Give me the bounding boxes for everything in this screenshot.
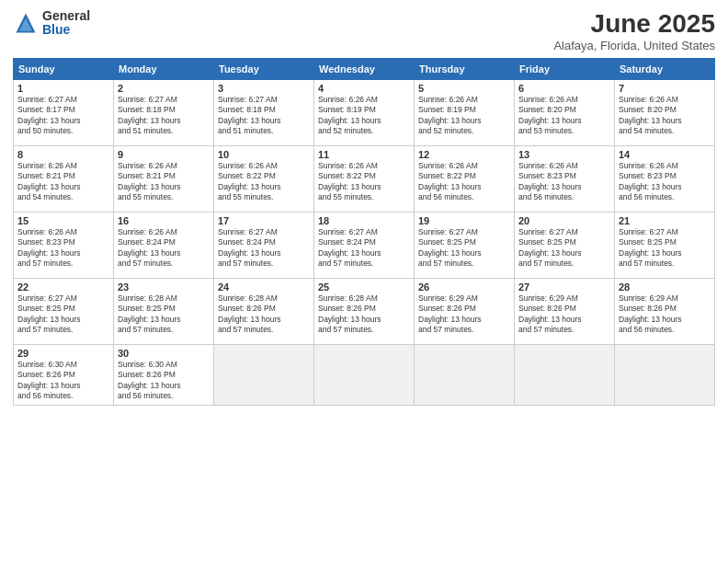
table-row: 21Sunrise: 6:27 AM Sunset: 8:25 PM Dayli… (615, 213, 715, 279)
table-row: 23Sunrise: 6:28 AM Sunset: 8:25 PM Dayli… (114, 279, 214, 345)
day-info: Sunrise: 6:27 AM Sunset: 8:24 PM Dayligh… (318, 227, 410, 270)
day-number: 15 (17, 215, 109, 226)
table-row: 14Sunrise: 6:26 AM Sunset: 8:23 PM Dayli… (615, 146, 715, 213)
table-row: 15Sunrise: 6:26 AM Sunset: 8:23 PM Dayli… (14, 213, 114, 279)
day-number: 1 (17, 83, 109, 94)
day-number: 8 (17, 149, 109, 160)
day-info: Sunrise: 6:27 AM Sunset: 8:25 PM Dayligh… (418, 227, 510, 270)
day-number: 12 (418, 149, 510, 160)
day-info: Sunrise: 6:28 AM Sunset: 8:25 PM Dayligh… (118, 293, 210, 336)
day-number: 7 (619, 83, 711, 94)
title-block: June 2025 Alafaya, Florida, United State… (553, 9, 715, 52)
calendar-row: 22Sunrise: 6:27 AM Sunset: 8:25 PM Dayli… (14, 279, 715, 345)
day-info: Sunrise: 6:28 AM Sunset: 8:26 PM Dayligh… (318, 293, 410, 336)
day-number: 5 (418, 83, 510, 94)
table-row: 6Sunrise: 6:26 AM Sunset: 8:20 PM Daylig… (515, 80, 615, 146)
table-row: 20Sunrise: 6:27 AM Sunset: 8:25 PM Dayli… (515, 213, 615, 279)
day-number: 20 (518, 215, 610, 226)
day-info: Sunrise: 6:30 AM Sunset: 8:26 PM Dayligh… (17, 360, 109, 402)
day-number: 24 (218, 282, 310, 293)
calendar-subtitle: Alafaya, Florida, United States (553, 39, 715, 52)
col-thursday: Thursday (415, 59, 515, 80)
day-number: 2 (118, 83, 210, 94)
day-info: Sunrise: 6:26 AM Sunset: 8:23 PM Dayligh… (518, 161, 610, 203)
day-info: Sunrise: 6:30 AM Sunset: 8:26 PM Dayligh… (118, 360, 210, 402)
day-info: Sunrise: 6:26 AM Sunset: 8:19 PM Dayligh… (318, 95, 410, 137)
table-row: 24Sunrise: 6:28 AM Sunset: 8:26 PM Dayli… (214, 279, 314, 345)
day-number: 19 (418, 215, 510, 226)
logo-general: General (42, 9, 90, 23)
day-number: 28 (619, 282, 711, 293)
table-row: 17Sunrise: 6:27 AM Sunset: 8:24 PM Dayli… (214, 213, 314, 279)
col-tuesday: Tuesday (214, 59, 314, 80)
day-number: 27 (518, 282, 610, 293)
table-row: 25Sunrise: 6:28 AM Sunset: 8:26 PM Dayli… (314, 279, 415, 345)
day-info: Sunrise: 6:29 AM Sunset: 8:26 PM Dayligh… (619, 293, 711, 336)
day-info: Sunrise: 6:26 AM Sunset: 8:22 PM Dayligh… (418, 161, 510, 203)
day-number: 11 (318, 149, 410, 160)
table-row: 8Sunrise: 6:26 AM Sunset: 8:21 PM Daylig… (14, 146, 114, 213)
col-friday: Friday (515, 59, 615, 80)
day-info: Sunrise: 6:26 AM Sunset: 8:23 PM Dayligh… (17, 227, 109, 270)
table-row: 7Sunrise: 6:26 AM Sunset: 8:20 PM Daylig… (615, 80, 715, 146)
day-number: 23 (118, 282, 210, 293)
logo-icon (13, 10, 39, 36)
table-row: 16Sunrise: 6:26 AM Sunset: 8:24 PM Dayli… (114, 213, 214, 279)
table-row (415, 345, 515, 406)
logo: General Blue (13, 9, 90, 38)
calendar-page: General Blue June 2025 Alafaya, Florida,… (0, 0, 728, 563)
table-row: 1Sunrise: 6:27 AM Sunset: 8:17 PM Daylig… (14, 80, 114, 146)
day-number: 10 (218, 149, 310, 160)
day-info: Sunrise: 6:27 AM Sunset: 8:18 PM Dayligh… (118, 95, 210, 137)
table-row: 2Sunrise: 6:27 AM Sunset: 8:18 PM Daylig… (114, 80, 214, 146)
day-info: Sunrise: 6:26 AM Sunset: 8:19 PM Dayligh… (418, 95, 510, 137)
table-row: 19Sunrise: 6:27 AM Sunset: 8:25 PM Dayli… (415, 213, 515, 279)
table-row: 10Sunrise: 6:26 AM Sunset: 8:22 PM Dayli… (214, 146, 314, 213)
table-row: 18Sunrise: 6:27 AM Sunset: 8:24 PM Dayli… (314, 213, 415, 279)
day-number: 25 (318, 282, 410, 293)
day-info: Sunrise: 6:26 AM Sunset: 8:20 PM Dayligh… (518, 95, 610, 137)
day-info: Sunrise: 6:26 AM Sunset: 8:21 PM Dayligh… (17, 161, 109, 203)
day-number: 26 (418, 282, 510, 293)
table-row (214, 345, 314, 406)
header: General Blue June 2025 Alafaya, Florida,… (13, 9, 715, 52)
table-row (314, 345, 415, 406)
day-info: Sunrise: 6:26 AM Sunset: 8:23 PM Dayligh… (619, 161, 711, 203)
day-number: 29 (17, 348, 109, 359)
day-number: 14 (619, 149, 711, 160)
table-row: 9Sunrise: 6:26 AM Sunset: 8:21 PM Daylig… (114, 146, 214, 213)
day-info: Sunrise: 6:27 AM Sunset: 8:25 PM Dayligh… (518, 227, 610, 270)
day-info: Sunrise: 6:26 AM Sunset: 8:24 PM Dayligh… (118, 227, 210, 270)
day-number: 3 (218, 83, 310, 94)
day-info: Sunrise: 6:27 AM Sunset: 8:18 PM Dayligh… (218, 95, 310, 137)
table-row: 28Sunrise: 6:29 AM Sunset: 8:26 PM Dayli… (615, 279, 715, 345)
col-wednesday: Wednesday (314, 59, 415, 80)
calendar-body: 1Sunrise: 6:27 AM Sunset: 8:17 PM Daylig… (14, 80, 715, 406)
day-number: 22 (17, 282, 109, 293)
table-row: 27Sunrise: 6:29 AM Sunset: 8:26 PM Dayli… (515, 279, 615, 345)
table-row: 4Sunrise: 6:26 AM Sunset: 8:19 PM Daylig… (314, 80, 415, 146)
table-row: 3Sunrise: 6:27 AM Sunset: 8:18 PM Daylig… (214, 80, 314, 146)
calendar-table: Sunday Monday Tuesday Wednesday Thursday… (13, 58, 715, 406)
table-row: 26Sunrise: 6:29 AM Sunset: 8:26 PM Dayli… (415, 279, 515, 345)
day-info: Sunrise: 6:27 AM Sunset: 8:25 PM Dayligh… (17, 293, 109, 336)
day-info: Sunrise: 6:26 AM Sunset: 8:21 PM Dayligh… (118, 161, 210, 203)
table-row (615, 345, 715, 406)
table-row: 5Sunrise: 6:26 AM Sunset: 8:19 PM Daylig… (415, 80, 515, 146)
day-number: 6 (518, 83, 610, 94)
calendar-row: 15Sunrise: 6:26 AM Sunset: 8:23 PM Dayli… (14, 213, 715, 279)
table-row: 13Sunrise: 6:26 AM Sunset: 8:23 PM Dayli… (515, 146, 615, 213)
day-info: Sunrise: 6:27 AM Sunset: 8:24 PM Dayligh… (218, 227, 310, 270)
calendar-row: 29Sunrise: 6:30 AM Sunset: 8:26 PM Dayli… (14, 345, 715, 406)
day-number: 13 (518, 149, 610, 160)
weekday-header-row: Sunday Monday Tuesday Wednesday Thursday… (14, 59, 715, 80)
day-number: 30 (118, 348, 210, 359)
day-info: Sunrise: 6:27 AM Sunset: 8:25 PM Dayligh… (619, 227, 711, 270)
day-info: Sunrise: 6:29 AM Sunset: 8:26 PM Dayligh… (418, 293, 510, 336)
day-info: Sunrise: 6:27 AM Sunset: 8:17 PM Dayligh… (17, 95, 109, 137)
day-number: 18 (318, 215, 410, 226)
table-row: 30Sunrise: 6:30 AM Sunset: 8:26 PM Dayli… (114, 345, 214, 406)
table-row: 29Sunrise: 6:30 AM Sunset: 8:26 PM Dayli… (14, 345, 114, 406)
day-info: Sunrise: 6:26 AM Sunset: 8:22 PM Dayligh… (218, 161, 310, 203)
day-number: 21 (619, 215, 711, 226)
